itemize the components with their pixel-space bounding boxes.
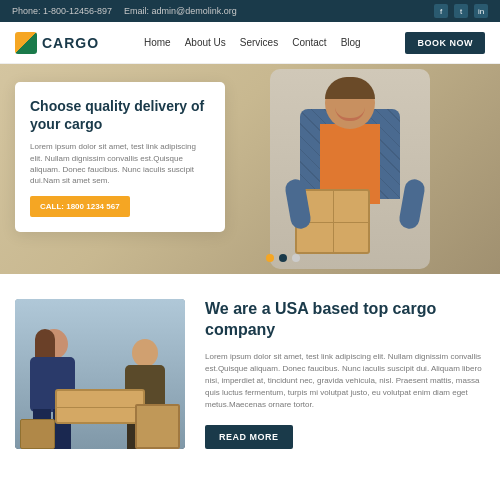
- nav-home[interactable]: Home: [144, 37, 171, 48]
- about-image: [15, 299, 185, 449]
- top-bar-contact: Phone: 1-800-12456-897 Email: admin@demo…: [12, 6, 237, 16]
- top-bar: Phone: 1-800-12456-897 Email: admin@demo…: [0, 0, 500, 22]
- hero-description: Lorem ipsum dolor sit amet, test link ad…: [30, 141, 210, 186]
- main-nav: Home About Us Services Contact Blog: [144, 37, 361, 48]
- about-section: We are a USA based top cargo company Lor…: [0, 274, 500, 474]
- call-button[interactable]: CALL: 1800 1234 567: [30, 196, 130, 217]
- facebook-icon[interactable]: f: [434, 4, 448, 18]
- email-text: Email: admin@demolink.org: [124, 6, 237, 16]
- dot-2[interactable]: [279, 254, 287, 262]
- dot-3[interactable]: [292, 254, 300, 262]
- twitter-icon[interactable]: t: [454, 4, 468, 18]
- about-description: Lorem ipsum dolor sit amet, test link ad…: [205, 351, 485, 411]
- linkedin-icon[interactable]: in: [474, 4, 488, 18]
- logo-text: CARGO: [42, 35, 99, 51]
- header: CARGO Home About Us Services Contact Blo…: [0, 22, 500, 64]
- logo[interactable]: CARGO: [15, 32, 99, 54]
- about-title: We are a USA based top cargo company: [205, 299, 485, 341]
- nav-services[interactable]: Services: [240, 37, 278, 48]
- about-content: We are a USA based top cargo company Lor…: [205, 299, 485, 449]
- hero-title: Choose quality delivery of your cargo: [30, 97, 210, 133]
- book-now-button[interactable]: BOOK NOW: [405, 32, 485, 54]
- nav-contact[interactable]: Contact: [292, 37, 326, 48]
- nav-blog[interactable]: Blog: [341, 37, 361, 48]
- logo-icon: [15, 32, 37, 54]
- social-links[interactable]: f t in: [434, 4, 488, 18]
- hero-section: Choose quality delivery of your cargo Lo…: [0, 64, 500, 274]
- dot-1[interactable]: [266, 254, 274, 262]
- read-more-button[interactable]: READ MORE: [205, 425, 293, 449]
- hero-card: Choose quality delivery of your cargo Lo…: [15, 82, 225, 232]
- people-illustration: [15, 299, 185, 449]
- hero-carousel-dots: [266, 254, 300, 262]
- phone-text: Phone: 1-800-12456-897: [12, 6, 112, 16]
- nav-about[interactable]: About Us: [185, 37, 226, 48]
- hero-person-illustration: [250, 64, 450, 274]
